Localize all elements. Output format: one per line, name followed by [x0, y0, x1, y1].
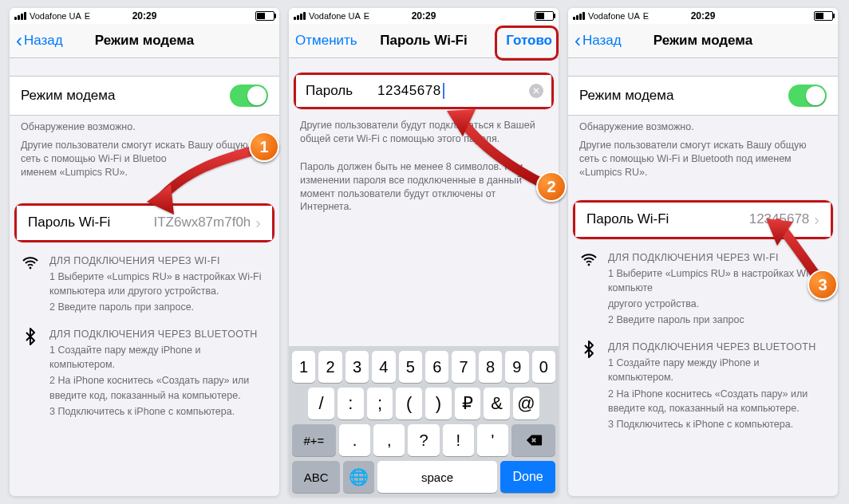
highlight-frame: Пароль Wi-Fi ITZ6wx87m7f0h › — [14, 203, 274, 242]
done-button[interactable]: Готово — [506, 33, 552, 49]
network-type: E — [85, 11, 90, 21]
nav-bar: Отменить Пароль Wi-Fi Готово — [289, 24, 559, 58]
key-7[interactable]: 7 — [452, 351, 475, 383]
back-label: Назад — [24, 33, 63, 49]
key-abc[interactable]: ABC — [292, 461, 340, 493]
key-globe-icon[interactable]: 🌐 — [343, 461, 374, 493]
key-backspace[interactable] — [511, 424, 555, 456]
key-rub[interactable]: ₽ — [455, 388, 481, 419]
bt-instr-3: 3 Подключитесь к iPhone с компьютера. — [49, 404, 268, 419]
key-1[interactable]: 1 — [292, 351, 315, 383]
battery-icon — [814, 11, 833, 21]
key-apos[interactable]: ' — [477, 424, 508, 456]
wifi-password-value: 12345678 — [749, 211, 810, 227]
key-at[interactable]: @ — [513, 388, 539, 419]
bt-instr-2: 2 На iPhone коснитесь «Создать пару» или… — [49, 373, 268, 402]
discovery-body: Другие пользователи смогут искать Вашу о… — [10, 134, 279, 166]
key-6[interactable]: 6 — [425, 351, 448, 383]
screenshot-panel-1: Vodafone UA E 20:29 ‹ Назад Режим модема… — [10, 8, 279, 496]
key-8[interactable]: 8 — [479, 351, 502, 383]
wifi-password-row[interactable]: Пароль Wi-Fi 12345678 › — [575, 203, 831, 237]
discovery-title: Обнаружение возможно. — [10, 116, 279, 134]
key-colon[interactable]: : — [338, 388, 364, 419]
wifi-password-label: Пароль Wi-Fi — [28, 215, 110, 230]
bluetooth-icon — [579, 340, 598, 433]
hotspot-toggle-row[interactable]: Режим модема — [10, 76, 279, 116]
key-slash[interactable]: / — [308, 388, 334, 419]
back-label: Назад — [582, 33, 622, 49]
key-2[interactable]: 2 — [318, 351, 342, 383]
svg-point-0 — [30, 266, 32, 269]
back-button[interactable]: ‹ Назад — [16, 33, 63, 49]
toggle-label: Режим модема — [21, 88, 115, 104]
signal-icon — [294, 12, 306, 20]
key-lp[interactable]: ( — [396, 388, 422, 419]
wifi-password-row[interactable]: Пароль Wi-Fi ITZ6wx87m7f0h › — [17, 206, 272, 240]
wifi-instructions: ДЛЯ ПОДКЛЮЧЕНИЯ ЧЕРЕЗ WI-FI 1 Выберите «… — [10, 242, 279, 317]
key-semi[interactable]: ; — [367, 388, 393, 419]
nav-title: Режим модема — [95, 33, 194, 49]
bt-instr-header: ДЛЯ ПОДКЛЮЧЕНИЯ ЧЕРЕЗ BLUETOOTH — [49, 327, 268, 341]
help-text-2: Пароль должен быть не менее 8 символов. … — [289, 156, 559, 215]
chevron-right-icon: › — [255, 214, 261, 232]
wifi-instr-header: ДЛЯ ПОДКЛЮЧЕНИЯ ЧЕРЕЗ WI-FI — [49, 254, 268, 268]
signal-icon — [14, 12, 26, 20]
bt-instructions: ДЛЯ ПОДКЛЮЧЕНИЯ ЧЕРЕЗ BLUETOOTH 1 Создай… — [10, 316, 279, 420]
cancel-button[interactable]: Отменить — [295, 33, 357, 49]
keyboard: 1 2 3 4 5 6 7 8 9 0 - / : ; ( ) ₽ & @ — [289, 346, 559, 496]
key-space[interactable]: space — [377, 461, 497, 493]
password-field-row[interactable]: Пароль 12345678 ✕ — [296, 75, 551, 107]
battery-icon — [255, 11, 274, 21]
nav-title: Пароль Wi-Fi — [380, 33, 467, 49]
wifi-password-value: ITZ6wx87m7f0h — [153, 215, 251, 230]
bluetooth-icon — [21, 327, 40, 420]
toggle-switch-on[interactable] — [230, 85, 268, 107]
help-text-1: Другие пользователи будут подключаться к… — [289, 114, 559, 146]
clock: 20:29 — [132, 10, 157, 22]
wifi-instructions: ДЛЯ ПОДКЛЮЧЕНИЯ ЧЕРЕЗ WI-FI 1 Выберите «… — [568, 239, 838, 329]
key-0[interactable]: 0 — [532, 351, 555, 383]
password-field-value: 12345678 — [377, 83, 441, 99]
wifi-instr-1: 1 Выберите «Lumpics RU» в настройках Wi-… — [49, 270, 268, 298]
battery-icon — [535, 11, 554, 21]
key-period[interactable]: . — [339, 424, 370, 456]
status-bar: Vodafone UA E 20:29 — [289, 8, 559, 24]
bt-instr-1: 1 Создайте пару между iPhone и компьютер… — [49, 343, 268, 372]
highlight-frame-password: Пароль 12345678 ✕ — [294, 73, 554, 109]
status-bar: Vodafone UA E 20:29 — [10, 8, 279, 24]
signal-icon — [573, 12, 585, 20]
cancel-label: Отменить — [295, 33, 357, 49]
key-5[interactable]: 5 — [399, 351, 422, 383]
svg-point-1 — [588, 263, 590, 266]
carrier-label: Vodafone UA — [30, 11, 81, 21]
back-button[interactable]: ‹ Назад — [575, 33, 622, 49]
key-comma[interactable]: , — [373, 424, 405, 456]
key-4[interactable]: 4 — [372, 351, 395, 383]
text-caret — [443, 83, 444, 99]
nav-bar: ‹ Назад Режим модема — [10, 24, 279, 58]
done-label: Готово — [506, 33, 552, 48]
key-excl[interactable]: ! — [443, 424, 474, 456]
wifi-instr-2: 2 Введите пароль при запросе. — [49, 300, 268, 314]
screenshot-panel-2: Vodafone UA E 20:29 Отменить Пароль Wi-F… — [289, 8, 559, 496]
nav-title: Режим модема — [654, 33, 752, 49]
hotspot-toggle-row[interactable]: Режим модема — [568, 76, 838, 116]
key-done[interactable]: Done — [500, 461, 555, 493]
screenshot-panel-3: Vodafone UA E 20:29 ‹ Назад Режим модема… — [568, 8, 838, 496]
clear-text-icon[interactable]: ✕ — [529, 84, 543, 98]
wifi-icon — [579, 250, 598, 329]
key-3[interactable]: 3 — [346, 351, 369, 383]
bt-instructions: ДЛЯ ПОДКЛЮЧЕНИЯ ЧЕРЕЗ BLUETOOTH 1 Создай… — [568, 329, 838, 433]
key-amp[interactable]: & — [484, 388, 510, 419]
highlight-frame: Пароль Wi-Fi 12345678 › — [573, 200, 833, 239]
key-9[interactable]: 9 — [505, 351, 528, 383]
key-q[interactable]: ? — [408, 424, 439, 456]
wifi-icon — [21, 254, 40, 317]
toggle-switch-on[interactable] — [788, 85, 827, 107]
password-field-label: Пароль — [306, 83, 377, 99]
status-bar: Vodafone UA E 20:29 — [568, 8, 838, 24]
nav-bar: ‹ Назад Режим модема — [568, 24, 838, 58]
key-rp[interactable]: ) — [425, 388, 452, 419]
chevron-right-icon: › — [814, 211, 819, 229]
key-symswitch[interactable]: #+= — [292, 424, 336, 456]
